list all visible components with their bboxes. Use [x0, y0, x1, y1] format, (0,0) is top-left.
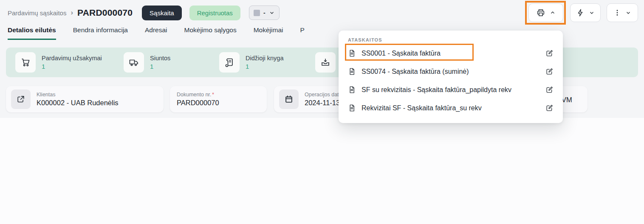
kebab-icon [613, 8, 621, 17]
summary-count: 1 [42, 63, 102, 70]
field-dokumento-nr[interactable]: Dokumento nr.* PARD000070 [170, 86, 267, 112]
tab-mokejimai[interactable]: Mokėjimai [254, 26, 283, 40]
edit-icon [545, 49, 554, 57]
ledger-icon [219, 52, 240, 73]
page-title: PARD000070 [77, 8, 133, 18]
reports-menu-title: ATASKAITOS [348, 37, 554, 42]
chevron-down-icon [625, 10, 631, 16]
tab-mokejimo-salygos[interactable]: Mokėjimo sąlygos [184, 26, 237, 40]
chevron-right-icon: › [71, 8, 73, 17]
tab-partial[interactable]: P [300, 26, 304, 40]
document-icon [348, 67, 356, 76]
tab-bendra-informacija[interactable]: Bendra informacija [73, 26, 128, 40]
field-value: K000002 - UAB Rudenėlis [37, 99, 119, 107]
field-label: Operacijos data [305, 92, 342, 98]
field-value: 2024-11-13 [305, 99, 342, 107]
top-bar: Pardavimų sąskaitos › PARD000070 Sąskait… [8, 0, 280, 25]
more-options-button[interactable] [607, 3, 638, 22]
field-klientas[interactable]: Klientas K000002 - UAB Rudenėlis [6, 86, 164, 112]
invoice-detail-page: Pardavimų sąskaitos › PARD000070 Sąskait… [0, 0, 644, 224]
lightning-icon [576, 8, 585, 17]
chevron-down-icon [269, 10, 275, 16]
edit-icon [545, 67, 554, 76]
cart-icon [15, 52, 36, 73]
external-link-icon [11, 90, 31, 109]
chevron-down-icon [589, 10, 595, 16]
summary-count: 1 [246, 63, 283, 70]
edit-icon [545, 104, 554, 112]
inbox-icon [315, 52, 336, 73]
printer-icon [536, 8, 545, 17]
summary-inventory[interactable] [315, 52, 336, 73]
summary-label: Pardavimų užsakymai [42, 55, 102, 62]
summary-shipments[interactable]: Siuntos 1 [124, 52, 219, 73]
document-icon [348, 104, 356, 112]
edit-report-button[interactable] [545, 104, 554, 112]
menu-item-report-sf-su-rekvizitais[interactable]: SF su rekvizitais - Sąskaita faktūra_pap… [348, 81, 554, 99]
summary-label: Siuntos [150, 55, 170, 62]
document-type-button[interactable]: Sąskaita [142, 6, 182, 20]
field-label: Dokumento nr.* [177, 92, 219, 98]
menu-item-report-ss0001[interactable]: SS0001 - Sąskaita faktūra [348, 44, 554, 62]
field-value: PARD000070 [177, 99, 219, 107]
summary-label: Didžioji knyga [246, 55, 283, 62]
actions-button[interactable] [570, 3, 601, 22]
color-select-value: - [263, 9, 266, 16]
color-select[interactable]: - [249, 6, 280, 20]
document-icon [348, 49, 356, 57]
field-value: VM [562, 96, 572, 104]
breadcrumb[interactable]: Pardavimų sąskaitos [8, 9, 66, 17]
edit-report-button[interactable] [545, 86, 554, 94]
color-swatch [254, 10, 260, 16]
edit-report-button[interactable] [545, 49, 554, 57]
summary-general-ledger[interactable]: Didžioji knyga 1 [219, 52, 315, 73]
summary-sales-orders[interactable]: Pardavimų užsakymai 1 [15, 52, 124, 73]
edit-report-button[interactable] [545, 67, 554, 76]
required-asterisk: * [212, 92, 214, 98]
menu-item-report-ss0074[interactable]: SS0074 - Sąskaita faktūra (suminė) [348, 62, 554, 81]
edit-icon [545, 86, 554, 94]
line-items-section: Pasirinkta: 0 PADALINYS PREKĖ, PASLAUGA … [0, 118, 644, 224]
document-icon [348, 86, 356, 94]
summary-count: 1 [150, 63, 170, 70]
tab-detalios-eilutes[interactable]: Detalios eilutės [8, 26, 56, 40]
status-badge: Registruotas [189, 6, 240, 20]
tab-bar: Detalios eilutės Bendra informacija Adre… [8, 26, 305, 40]
tab-adresai[interactable]: Adresai [145, 26, 167, 40]
reports-dropdown: ATASKAITOS SS0001 - Sąskaita faktūra SS0… [339, 31, 563, 123]
menu-item-report-rekvizitai-sf[interactable]: Rekvizitai SF - Sąskaita faktūra_su rekv [348, 99, 554, 117]
calendar-icon [279, 90, 299, 109]
print-button[interactable] [528, 3, 563, 22]
truck-icon [124, 52, 144, 73]
field-label: Klientas [37, 92, 119, 98]
chevron-up-icon [550, 10, 556, 16]
